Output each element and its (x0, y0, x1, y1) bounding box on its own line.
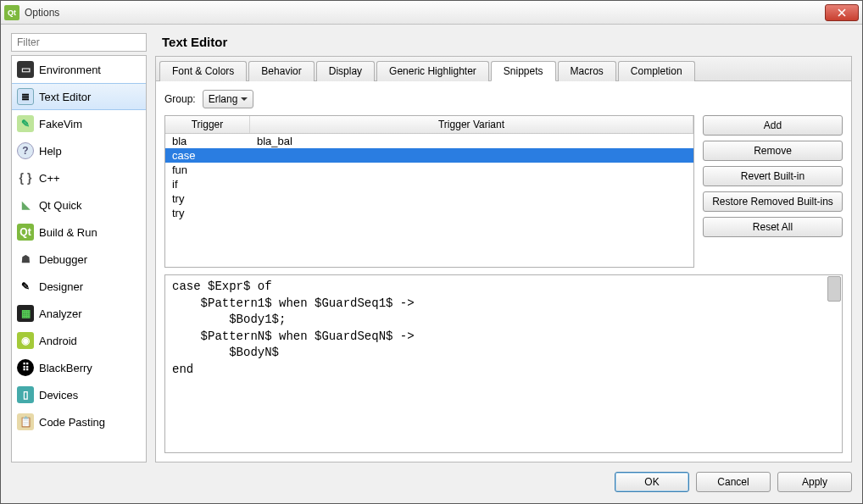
sidebar-item-build-run[interactable]: QtBuild & Run (12, 219, 146, 246)
sidebar-item-label: Qt Quick (39, 199, 82, 212)
reset-all-button[interactable]: Reset All (703, 217, 843, 237)
table-row[interactable]: try (165, 191, 693, 206)
window-title: Options (25, 7, 825, 19)
sidebar: ▭Environment≣Text Editor✎FakeVim?Help{ }… (11, 33, 147, 462)
options-window: Qt Options ▭Environment≣Text Editor✎Fake… (0, 0, 863, 504)
scrollbar-thumb[interactable] (827, 276, 841, 302)
main-panel: Font & ColorsBehaviorDisplayGeneric High… (155, 56, 852, 462)
group-select[interactable]: Erlang (203, 90, 254, 108)
qtq-icon: ◣ (17, 197, 34, 213)
devices-icon: ▯ (17, 386, 34, 403)
android-icon: ◉ (17, 332, 34, 349)
sidebar-item-analyzer[interactable]: ▦Analyzer (12, 300, 146, 327)
revert-builtin-button[interactable]: Revert Built-in (703, 166, 843, 186)
sidebar-item-debugger[interactable]: ☗Debugger (12, 246, 146, 273)
add-button[interactable]: Add (703, 115, 843, 136)
group-row: Group: Erlang (164, 90, 843, 108)
design-icon: ✎ (17, 278, 34, 295)
analyze-icon: ▦ (17, 305, 34, 322)
tab-font-colors[interactable]: Font & Colors (159, 61, 247, 81)
tab-body: Group: Erlang Trigger Trigger Variant bl… (156, 81, 851, 462)
table-row[interactable]: fun (165, 163, 693, 177)
table-row[interactable]: try (165, 206, 693, 220)
qt-app-icon: Qt (4, 5, 19, 20)
mid-row: Trigger Trigger Variant blabla_balcasefu… (164, 115, 843, 268)
sidebar-item-c-[interactable]: { }C++ (12, 164, 146, 191)
cell-variant (250, 177, 693, 191)
sidebar-item-label: Devices (39, 389, 78, 402)
apply-button[interactable]: Apply (777, 472, 852, 492)
sidebar-item-label: BlackBerry (39, 362, 92, 374)
remove-button[interactable]: Remove (703, 141, 843, 161)
sidebar-item-text-editor[interactable]: ≣Text Editor (12, 83, 146, 110)
table-header: Trigger Trigger Variant (165, 116, 693, 134)
sidebar-item-code-pasting[interactable]: 📋Code Pasting (12, 408, 146, 435)
sidebar-item-label: Help (39, 145, 62, 158)
cell-trigger: if (165, 177, 250, 191)
th-trigger[interactable]: Trigger (165, 116, 250, 133)
table-row[interactable]: blabla_bal (165, 134, 693, 148)
group-value: Erlang (209, 93, 238, 105)
footer: OK Cancel Apply (1, 469, 862, 503)
tab-behavior[interactable]: Behavior (248, 61, 314, 81)
sidebar-item-label: FakeVim (39, 118, 82, 130)
sidebar-item-blackberry[interactable]: ⠿BlackBerry (12, 354, 146, 381)
help-icon: ? (17, 142, 34, 159)
content: ▭Environment≣Text Editor✎FakeVim?Help{ }… (1, 25, 862, 469)
main: Text Editor Font & ColorsBehaviorDisplay… (155, 33, 852, 462)
sidebar-item-help[interactable]: ?Help (12, 137, 146, 164)
ok-button[interactable]: OK (615, 472, 689, 492)
sidebar-item-label: Android (39, 335, 77, 347)
tab-display[interactable]: Display (316, 61, 375, 81)
bb-icon: ⠿ (17, 359, 34, 376)
tab-macros[interactable]: Macros (558, 61, 616, 81)
sidebar-item-designer[interactable]: ✎Designer (12, 273, 146, 300)
cell-trigger: case (165, 148, 250, 163)
sidebar-item-label: Debugger (39, 253, 87, 266)
text-icon: ≣ (17, 88, 34, 105)
sidebar-item-qt-quick[interactable]: ◣Qt Quick (12, 191, 146, 219)
cell-variant (250, 163, 693, 177)
tab-snippets[interactable]: Snippets (491, 61, 556, 81)
cell-variant: bla_bal (250, 134, 693, 148)
table-body: blabla_balcasefuniftrytry (165, 134, 693, 267)
cell-trigger: try (165, 191, 250, 206)
th-variant[interactable]: Trigger Variant (250, 116, 693, 133)
sidebar-item-label: Code Pasting (39, 416, 105, 429)
sidebar-item-label: Text Editor (39, 91, 91, 103)
fakevim-icon: ✎ (17, 115, 34, 132)
sidebar-item-label: Analyzer (39, 307, 82, 320)
filter-input[interactable] (11, 33, 147, 52)
sidebar-item-devices[interactable]: ▯Devices (12, 381, 146, 408)
sidebar-item-android[interactable]: ◉Android (12, 327, 146, 354)
titlebar: Qt Options (1, 1, 862, 25)
cpp-icon: { } (17, 169, 34, 186)
close-icon (838, 8, 846, 17)
tab-completion[interactable]: Completion (618, 61, 695, 81)
tab-generic-highlighter[interactable]: Generic Highlighter (376, 61, 489, 81)
cell-trigger: try (165, 206, 250, 220)
sidebar-item-label: C++ (39, 172, 60, 185)
snippet-editor[interactable]: case $Expr$ of $Pattern1$ when $GuardSeq… (164, 274, 843, 453)
sidebar-item-label: Environment (39, 64, 101, 76)
cancel-button[interactable]: Cancel (696, 472, 771, 492)
sidebar-item-label: Designer (39, 280, 83, 293)
table-row[interactable]: case (165, 148, 693, 163)
close-button[interactable] (825, 4, 859, 21)
debug-icon: ☗ (17, 251, 34, 268)
build-icon: Qt (17, 224, 34, 241)
restore-removed-button[interactable]: Restore Removed Built-ins (703, 191, 843, 212)
cell-trigger: bla (165, 134, 250, 148)
cell-variant (250, 206, 693, 220)
category-list[interactable]: ▭Environment≣Text Editor✎FakeVim?Help{ }… (11, 55, 147, 462)
snippet-table[interactable]: Trigger Trigger Variant blabla_balcasefu… (164, 115, 694, 268)
page-title: Text Editor (155, 33, 852, 56)
sidebar-item-fakevim[interactable]: ✎FakeVim (12, 110, 146, 137)
env-icon: ▭ (17, 61, 34, 78)
sidebar-item-label: Build & Run (39, 226, 97, 239)
table-row[interactable]: if (165, 177, 693, 191)
tabs: Font & ColorsBehaviorDisplayGeneric High… (156, 57, 851, 81)
cell-variant (250, 148, 693, 163)
paste-icon: 📋 (17, 413, 34, 430)
sidebar-item-environment[interactable]: ▭Environment (12, 56, 146, 83)
